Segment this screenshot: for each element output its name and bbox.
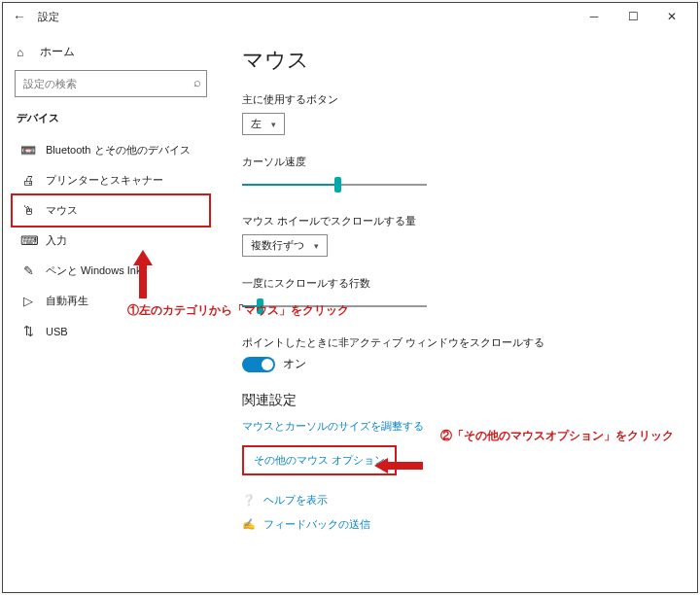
sidebar-item-printers[interactable]: 🖨 プリンターとスキャナー bbox=[15, 165, 207, 195]
close-button[interactable]: ✕ bbox=[652, 3, 691, 30]
help-label: ヘルプを表示 bbox=[263, 493, 328, 508]
sidebar-item-mouse[interactable]: 🖱 マウス bbox=[11, 193, 211, 228]
search-input[interactable] bbox=[15, 70, 207, 97]
sidebar-section-label: デバイス bbox=[17, 111, 207, 125]
pen-icon: ✎ bbox=[20, 263, 36, 278]
annotation-1: ①左のカテゴリから「マウス」をクリック bbox=[127, 302, 349, 319]
primary-button-dropdown[interactable]: 左 ▾ bbox=[242, 113, 285, 135]
wheel-amount-label: マウス ホイールでスクロールする量 bbox=[242, 214, 674, 228]
svg-marker-1 bbox=[133, 250, 153, 298]
autoplay-icon: ▷ bbox=[20, 294, 36, 308]
cursor-speed-setting: カーソル速度 bbox=[242, 155, 674, 194]
chevron-down-icon: ▾ bbox=[314, 241, 319, 251]
feedback-icon: ✍ bbox=[242, 518, 256, 531]
keyboard-icon: ⌨ bbox=[20, 233, 36, 248]
annotation-arrow-1 bbox=[131, 250, 155, 298]
sidebar-item-pen[interactable]: ✎ ペンと Windows Ink bbox=[15, 256, 207, 286]
sidebar-item-label: ペンと Windows Ink bbox=[46, 263, 141, 278]
sidebar-item-bluetooth[interactable]: 📼 Bluetooth とその他のデバイス bbox=[15, 135, 207, 165]
dropdown-value: 左 bbox=[251, 117, 262, 131]
other-mouse-options-link[interactable]: その他のマウス オプション bbox=[254, 453, 385, 468]
maximize-button[interactable]: ☐ bbox=[613, 3, 652, 30]
feedback-link[interactable]: ✍ フィードバックの送信 bbox=[242, 517, 674, 532]
related-heading: 関連設定 bbox=[242, 392, 674, 409]
wheel-amount-setting: マウス ホイールでスクロールする量 複数行ずつ ▾ bbox=[242, 214, 674, 257]
sidebar-item-label: 自動再生 bbox=[46, 294, 88, 308]
help-icon: ❔ bbox=[242, 494, 256, 507]
page-title: マウス bbox=[242, 46, 674, 75]
show-help-link[interactable]: ❔ ヘルプを表示 bbox=[242, 493, 674, 508]
search-box: ⌕ bbox=[15, 70, 207, 97]
cursor-speed-slider[interactable] bbox=[242, 175, 427, 194]
lines-at-once-label: 一度にスクロールする行数 bbox=[242, 276, 674, 291]
slider-thumb[interactable] bbox=[334, 177, 341, 192]
mouse-icon: 🖱 bbox=[20, 203, 36, 218]
back-button[interactable]: ← bbox=[9, 9, 30, 24]
search-icon: ⌕ bbox=[193, 75, 201, 89]
slider-fill bbox=[242, 184, 334, 186]
home-label: ホーム bbox=[40, 44, 75, 60]
inactive-scroll-label: ポイントしたときに非アクティブ ウィンドウをスクロールする bbox=[242, 335, 674, 350]
chevron-down-icon: ▾ bbox=[271, 120, 276, 129]
titlebar: ← 設定 ─ ☐ ✕ bbox=[3, 3, 697, 30]
annotation-arrow-2 bbox=[374, 456, 423, 475]
annotation-2: ②「その他のマウスオプション」をクリック bbox=[440, 428, 674, 444]
home-link[interactable]: ⌂ ホーム bbox=[17, 44, 207, 60]
sidebar-item-label: プリンターとスキャナー bbox=[46, 173, 163, 188]
sidebar-item-label: 入力 bbox=[46, 233, 67, 248]
printer-icon: 🖨 bbox=[20, 173, 36, 188]
sidebar-item-typing[interactable]: ⌨ 入力 bbox=[15, 226, 207, 256]
window-controls: ─ ☐ ✕ bbox=[575, 3, 691, 30]
home-icon: ⌂ bbox=[17, 46, 32, 59]
svg-marker-0 bbox=[374, 458, 423, 473]
usb-icon: ⇅ bbox=[20, 324, 36, 338]
inactive-scroll-setting: ポイントしたときに非アクティブ ウィンドウをスクロールする オン bbox=[242, 335, 674, 372]
window-title: 設定 bbox=[38, 10, 59, 24]
toggle-state: オン bbox=[283, 356, 306, 372]
wheel-amount-dropdown[interactable]: 複数行ずつ ▾ bbox=[242, 234, 328, 257]
inactive-scroll-toggle[interactable] bbox=[242, 357, 275, 372]
bluetooth-icon: 📼 bbox=[20, 143, 36, 158]
sidebar-item-label: Bluetooth とその他のデバイス bbox=[46, 143, 191, 158]
dropdown-value: 複数行ずつ bbox=[251, 238, 304, 253]
settings-window: ← 設定 ─ ☐ ✕ ⌂ ホーム ⌕ デバイス 📼 Bluetooth とその他… bbox=[2, 2, 698, 593]
cursor-speed-label: カーソル速度 bbox=[242, 155, 674, 169]
minimize-button[interactable]: ─ bbox=[575, 3, 613, 30]
primary-button-setting: 主に使用するボタン 左 ▾ bbox=[242, 92, 674, 135]
primary-button-label: 主に使用するボタン bbox=[242, 92, 674, 107]
sidebar-item-usb[interactable]: ⇅ USB bbox=[15, 316, 207, 346]
sidebar-item-label: USB bbox=[46, 326, 68, 337]
feedback-label: フィードバックの送信 bbox=[263, 517, 370, 532]
sidebar-item-label: マウス bbox=[46, 203, 78, 218]
